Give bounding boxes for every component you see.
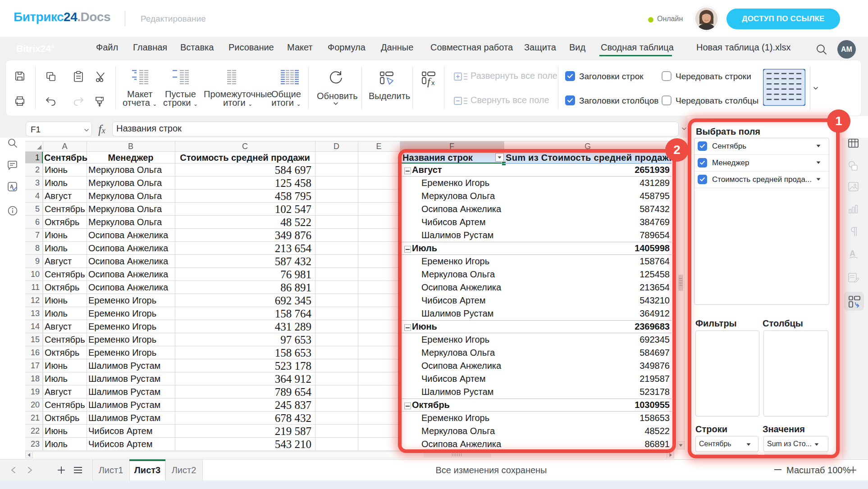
svg-text:x: x [431, 79, 435, 86]
svg-text:A: A [850, 249, 855, 258]
svg-text:A: A [10, 184, 14, 189]
